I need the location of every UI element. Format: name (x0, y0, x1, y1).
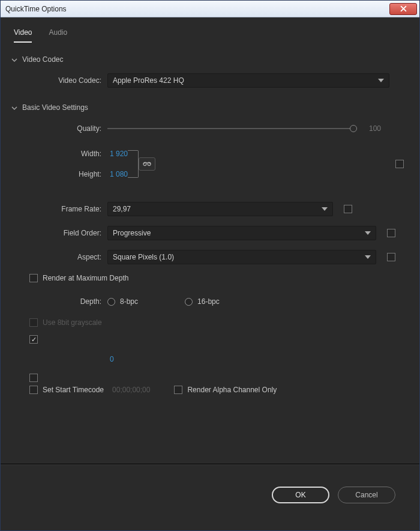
link-bracket (128, 150, 139, 178)
label-depth-16bpc: 16-bpc (197, 297, 220, 306)
link-dimensions-button[interactable] (139, 157, 155, 171)
label-depth: Depth: (11, 297, 107, 306)
checkbox-render-alpha-only[interactable] (174, 386, 182, 394)
checkbox-8bit-grayscale (29, 318, 38, 327)
label-width: Width: (11, 150, 107, 158)
section-basic-video: Basic Video Settings Quality: 100 (11, 102, 409, 394)
radio-depth-16bpc[interactable] (185, 298, 193, 306)
dropdown-frame-rate[interactable]: 29,97 (107, 202, 333, 216)
titlebar: QuickTime Options (1, 1, 419, 17)
value-start-timecode: 00;00;00;00 (112, 386, 150, 394)
checkbox-match-aspect[interactable] (387, 253, 395, 261)
radio-depth-8bpc[interactable] (107, 298, 115, 306)
tab-audio[interactable]: Audio (49, 26, 67, 43)
slider-thumb[interactable] (350, 125, 357, 132)
dropdown-field-order[interactable]: Progressive (107, 226, 376, 240)
dialog-footer: OK Cancel (11, 464, 409, 530)
checkbox-set-start-timecode[interactable] (29, 386, 38, 394)
checkbox-unnamed-1[interactable] (29, 335, 38, 344)
checkbox-unnamed-2[interactable] (29, 374, 38, 382)
label-set-start-timecode: Set Start Timecode (43, 386, 104, 394)
section-header-video-codec[interactable]: Video Codec (11, 54, 409, 65)
ok-button[interactable]: OK (272, 487, 329, 503)
label-render-alpha-only: Render Alpha Channel Only (187, 386, 277, 394)
close-icon (400, 5, 407, 12)
label-field-order: Field Order: (11, 229, 107, 237)
slider-quality[interactable] (107, 128, 353, 129)
dropdown-video-codec[interactable]: Apple ProRes 422 HQ (107, 73, 389, 88)
section-video-codec: Video Codec Video Codec: Apple ProRes 42… (11, 54, 409, 89)
checkbox-match-field-order[interactable] (387, 229, 395, 237)
section-title-basic-video: Basic Video Settings (22, 103, 88, 112)
checkbox-render-max-depth[interactable] (29, 274, 38, 282)
chevron-down-icon (11, 56, 17, 62)
input-width[interactable]: 1 920 (107, 150, 128, 158)
section-title-video-codec: Video Codec (22, 55, 64, 64)
label-aspect: Aspect: (11, 253, 107, 261)
input-height[interactable]: 1 080 (107, 170, 128, 178)
checkbox-match-dimensions[interactable] (395, 160, 404, 168)
link-icon (143, 161, 151, 167)
label-quality: Quality: (11, 124, 107, 133)
label-render-max-depth: Render at Maximum Depth (43, 274, 128, 282)
settings-panel: Video Codec Video Codec: Apple ProRes 42… (11, 54, 409, 460)
tab-video[interactable]: Video (14, 26, 32, 43)
tab-bar: Video Audio (11, 26, 409, 43)
chevron-down-icon (11, 105, 17, 111)
section-header-basic-video[interactable]: Basic Video Settings (11, 102, 409, 113)
checkbox-match-frame-rate[interactable] (344, 205, 352, 213)
label-depth-8bpc: 8-bpc (120, 297, 138, 306)
close-button[interactable] (389, 3, 417, 15)
label-height: Height: (11, 170, 107, 178)
input-unnamed-value[interactable]: 0 (107, 355, 114, 363)
label-frame-rate: Frame Rate: (11, 205, 107, 213)
label-video-codec: Video Codec: (11, 76, 107, 85)
cancel-button[interactable]: Cancel (338, 487, 395, 503)
window-title: QuickTime Options (5, 5, 67, 13)
value-quality: 100 (364, 124, 381, 133)
label-8bit-grayscale: Use 8bit grayscale (43, 318, 102, 327)
dropdown-aspect[interactable]: Square Pixels (1.0) (107, 250, 376, 264)
quicktime-options-window: QuickTime Options Video Audio Video Code… (0, 0, 420, 531)
dialog-body: Video Audio Video Codec Video Codec: App… (1, 17, 419, 530)
